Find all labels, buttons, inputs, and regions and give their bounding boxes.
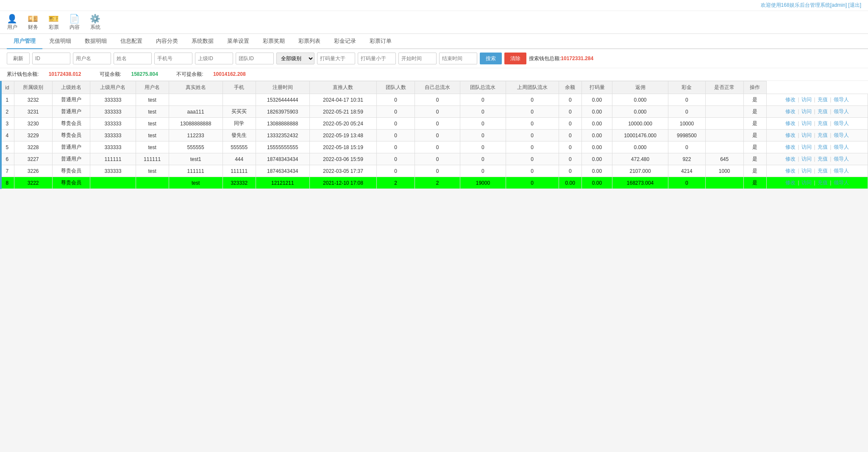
nav-system[interactable]: ⚙️ 系统 (90, 14, 100, 31)
visit-link[interactable]: 访问 (801, 144, 812, 150)
sub-nav-item-7[interactable]: 彩票奖期 (256, 34, 292, 49)
cell-12: 0 (506, 106, 559, 118)
cell-14: 0.00 (582, 141, 612, 153)
sub-nav-item-3[interactable]: 信息配置 (114, 34, 149, 49)
cell-0: 7 (0, 165, 14, 177)
visit-link[interactable]: 访问 (801, 156, 812, 162)
nav-finance[interactable]: 💴 财务 (28, 14, 38, 31)
recharge-link[interactable]: 充值 (818, 132, 828, 138)
team-id-input[interactable] (236, 53, 274, 64)
non-withdrawable-value: 10014162.208 (213, 71, 246, 77)
username-input[interactable] (73, 53, 111, 64)
lead-user-link[interactable]: 领导人 (834, 168, 849, 174)
cell-3: 333333 (90, 130, 136, 141)
cell-2: 普通用户 (52, 94, 90, 106)
logout-link[interactable]: [退出] (848, 2, 861, 8)
cell-2: 尊贵会员 (52, 177, 90, 189)
cell-0: 1 (0, 94, 14, 106)
edit-link[interactable]: 修改 (785, 156, 796, 162)
recharge-link[interactable]: 充值 (818, 168, 828, 174)
visit-link[interactable]: 访问 (801, 108, 812, 114)
col-手机: 手机 (223, 81, 256, 94)
visit-link[interactable]: 访问 (801, 132, 812, 138)
edit-link[interactable]: 修改 (785, 168, 796, 174)
wallet-value: 10172438.012 (49, 71, 81, 77)
phone-input[interactable] (154, 53, 192, 64)
lead-user-link[interactable]: 领导人 (834, 120, 849, 126)
visit-link[interactable]: 访问 (801, 120, 812, 126)
col-id: id (0, 81, 14, 94)
lead-user-link[interactable]: 领导人 (834, 156, 849, 162)
cell-16: 0 (668, 141, 706, 153)
lottery-icon: 🎫 (48, 14, 59, 24)
sub-nav-item-8[interactable]: 彩票列表 (292, 34, 327, 49)
col-注册时间: 注册时间 (256, 81, 309, 94)
sub-nav-item-5[interactable]: 系统数据 (185, 34, 220, 49)
nav-user[interactable]: 👤 用户 (7, 14, 17, 31)
recharge-link[interactable]: 充值 (818, 97, 828, 103)
edit-link[interactable]: 修改 (785, 144, 796, 150)
edit-link[interactable]: 修改 (785, 180, 796, 186)
table-row: 83222尊贵会员test323332121212112021-12-10 17… (0, 177, 868, 189)
recharge-link[interactable]: 充值 (818, 108, 828, 114)
col-团队总流水: 团队总流水 (460, 81, 506, 94)
super-id-input[interactable] (195, 53, 233, 64)
cell-5: test1 (169, 153, 223, 165)
refresh-button[interactable]: 刷新 (7, 53, 30, 64)
level-select[interactable]: 全部级别 普通用户 尊贵会员 (276, 53, 314, 64)
sub-nav-item-0[interactable]: 用户管理 (7, 34, 42, 49)
sub-nav-item-9[interactable]: 彩金记录 (327, 34, 363, 49)
col-是否正常: 是否正常 (705, 81, 743, 94)
search-button[interactable]: 搜索 (480, 53, 502, 64)
sub-nav-item-6[interactable]: 菜单设置 (220, 34, 256, 49)
visit-link[interactable]: 访问 (801, 180, 812, 186)
cell-9: 2 (377, 177, 415, 189)
print-max-input[interactable] (358, 53, 396, 64)
action-cell: 修改 | 访问 | 充值 | 领导人 (766, 153, 868, 165)
cell-15: 0.000 (612, 141, 668, 153)
cell-17 (705, 94, 743, 106)
lead-user-link[interactable]: 领导人 (834, 144, 849, 150)
clear-button[interactable]: 清除 (504, 53, 526, 64)
search-bar: 刷新 全部级别 普通用户 尊贵会员 搜索 清除 搜索钱包总额:10172331.… (0, 49, 868, 68)
print-min-input[interactable] (317, 53, 355, 64)
recharge-link[interactable]: 充值 (818, 144, 828, 150)
welcome-bar: 欢迎使用168娱乐后台管理系统[admin] [退出] (0, 0, 868, 11)
visit-link[interactable]: 访问 (801, 97, 812, 103)
col-上级用户名: 上级用户名 (90, 81, 136, 94)
cell-8: 2022-05-21 18:59 (309, 106, 376, 118)
cell-5: 112233 (169, 130, 223, 141)
lead-user-link[interactable]: 领导人 (834, 108, 849, 114)
edit-link[interactable]: 修改 (785, 120, 796, 126)
edit-link[interactable]: 修改 (785, 97, 796, 103)
edit-link[interactable]: 修改 (785, 132, 796, 138)
id-input[interactable] (32, 53, 70, 64)
recharge-link[interactable]: 充值 (818, 180, 828, 186)
lead-user-link[interactable]: 领导人 (834, 132, 849, 138)
recharge-link[interactable]: 充值 (818, 120, 828, 126)
sub-nav-item-2[interactable]: 数据明细 (78, 34, 114, 49)
cell-6: 111111 (223, 165, 256, 177)
table-row: 63227普通用户111111111111test144418748343434… (0, 153, 868, 165)
cell-7: 18746343434 (256, 165, 309, 177)
col-真实姓名: 真实姓名 (169, 81, 223, 94)
cell-15: 472.480 (612, 153, 668, 165)
sub-nav-item-1[interactable]: 充值明细 (42, 34, 78, 49)
cell-10: 0 (415, 106, 460, 118)
lead-user-link[interactable]: 领导人 (834, 180, 849, 186)
end-time-input[interactable] (439, 53, 477, 64)
recharge-link[interactable]: 充值 (818, 156, 828, 162)
cell-14: 0.00 (582, 165, 612, 177)
cell-13: 0 (559, 130, 581, 141)
nav-content[interactable]: 📄 内容 (69, 14, 80, 31)
cell-2: 尊贵会员 (52, 130, 90, 141)
visit-link[interactable]: 访问 (801, 168, 812, 174)
edit-link[interactable]: 修改 (785, 108, 796, 114)
name-input[interactable] (114, 53, 152, 64)
lead-user-link[interactable]: 领导人 (834, 97, 849, 103)
nav-lottery[interactable]: 🎫 彩票 (48, 14, 59, 31)
sub-nav-item-4[interactable]: 内容分类 (149, 34, 185, 49)
start-time-input[interactable] (398, 53, 437, 64)
sub-nav-item-10[interactable]: 彩票订单 (363, 34, 398, 49)
cell-5 (169, 94, 223, 106)
